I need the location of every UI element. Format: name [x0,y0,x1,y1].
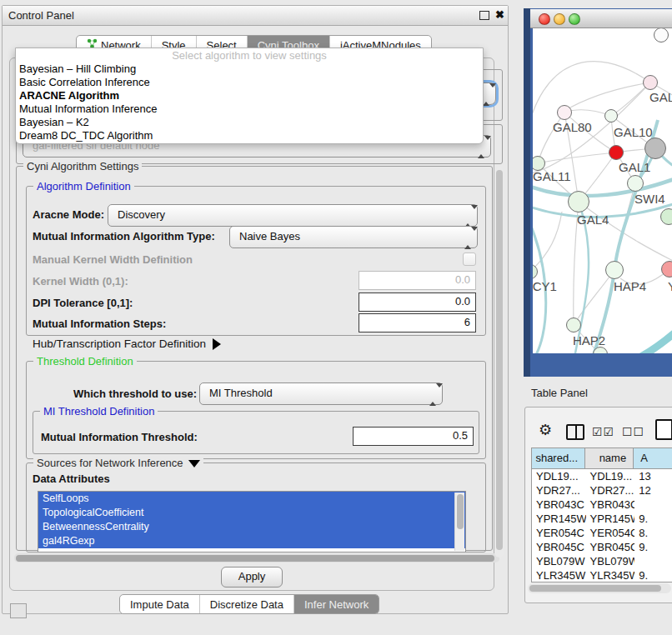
algorithm-option[interactable]: Bayesian – Hill Climbing [16,62,483,76]
attribute-list-item[interactable]: TopologicalCoefficient [38,506,465,520]
table-header: shared... name A [532,448,672,469]
tab-discretize-data[interactable]: Discretize Data [200,595,294,613]
cyni-bottom-tabs: Impute Data Discretize Data Infer Networ… [119,594,379,614]
apply-button[interactable]: Apply [221,567,283,588]
node-label: GAL11 [533,169,571,183]
kernel-width-input[interactable]: 0.0 [359,271,476,290]
algorithm-option[interactable]: Dream8 DC_TDC Algorithm [16,129,483,142]
table-cell: 9. [634,568,672,582]
group-title: MI Threshold Definition [40,405,158,418]
column-header-shared-name[interactable]: shared... [532,448,585,468]
table-row[interactable]: YER054CYER054C8. [532,526,672,540]
network-node-y[interactable] [661,261,672,278]
tab-impute-data[interactable]: Impute Data [120,595,200,613]
table-horizontal-scrollbar[interactable] [528,583,671,593]
table-row[interactable]: YLR345WYLR345W9. [532,568,672,582]
column-header-name[interactable]: name [585,448,634,468]
network-canvas[interactable]: GALGAL80GAL10GAL1GAL11GAL4SWI4GCY1HAP4YH… [533,28,672,353]
table-cell: YPR145W [586,512,635,526]
node-label: GAL1 [619,160,650,174]
list-scrollbar[interactable] [454,492,464,551]
show-columns-icon[interactable]: ☑☑ [592,425,614,438]
zoom-traffic-light[interactable] [569,13,580,25]
algorithm-option[interactable]: ARACNE Algorithm [16,89,483,102]
table-panel-title: Table Panel [531,387,588,399]
collapsed-panel-button[interactable] [10,603,27,618]
network-node-hap2[interactable] [566,318,581,332]
table-cell: 9. [634,540,672,554]
sources-title[interactable]: Sources for Network Inference [33,457,203,469]
attribute-list-item[interactable]: BetweennessCentrality [38,520,465,534]
table-cell: YBR043C [586,498,635,512]
table-row[interactable]: YPR145WYPR145W9. [532,512,672,526]
close-traffic-light[interactable] [539,13,550,25]
table-cell: YER054C [586,526,635,540]
which-threshold-label: Which threshold to use: [73,388,197,400]
column-browser-icon[interactable] [566,424,584,440]
mi-threshold-input[interactable]: 0.5 [353,427,474,446]
column-header-third[interactable]: A [634,448,672,468]
float-window-icon[interactable] [479,11,489,20]
mi-type-value: Naive Bayes [239,230,300,242]
table-cell: YLR345W [532,568,586,582]
dropdown-placeholder: Select algorithm to view settings [16,48,483,62]
control-panel-titlebar: Control Panel ✖ [3,6,508,26]
attribute-list-item[interactable]: SelfLoops [38,492,465,506]
settings-horizontal-scrollbar[interactable] [14,553,499,562]
algorithm-option[interactable]: Bayesian – K2 [16,116,483,129]
mi-steps-input[interactable]: 6 [359,313,476,332]
group-title: Algorithm Definition [33,180,134,192]
which-threshold-value: MI Threshold [209,387,273,399]
algorithm-option[interactable]: Mutual Information Inference [16,102,483,116]
aracne-mode-label: Aracne Mode: [33,208,104,221]
table-row[interactable]: YBR043CYBR043C [532,498,672,512]
network-node-gal1[interactable] [609,145,624,160]
table-row[interactable]: YBL079WYBL079W [532,554,672,568]
mi-steps-label: Mutual Information Steps: [33,318,166,330]
expand-down-icon [188,460,200,468]
network-node[interactable] [660,208,672,225]
network-node[interactable] [644,138,666,159]
table-row[interactable]: YBR045CYBR045C9. [532,540,672,554]
minimize-traffic-light[interactable] [554,13,565,25]
mi-type-combobox[interactable]: Naive Bayes [229,226,478,248]
table-body: YDL19...YDL19...13YDR27...YDR27...12YBR0… [532,469,672,582]
table-row[interactable]: YDL19...YDL19...13 [532,469,672,483]
which-threshold-combobox[interactable]: MI Threshold [199,382,443,405]
expand-right-icon [213,338,221,350]
export-table-icon[interactable] [655,419,672,440]
table-cell: 12 [634,483,672,498]
screen: Control Panel ✖ Network Style Select Cyn… [0,0,672,635]
algorithm-option[interactable]: Basic Correlation Inference [16,76,483,89]
network-node-gal4[interactable] [568,191,589,212]
network-node-hap4[interactable] [605,261,624,279]
table-cell [634,498,672,512]
network-node-gal[interactable] [643,75,658,90]
network-window-titlebar[interactable] [530,9,672,28]
network-node-gal10[interactable] [604,109,618,122]
table-row[interactable]: YDR27...YDR27...12 [532,483,672,498]
settings-vertical-scrollbar[interactable] [494,168,504,558]
close-icon[interactable]: ✖ [495,8,504,21]
dpi-tolerance-label: DPI Tolerance [0,1]: [33,297,133,309]
node-label: Y [668,279,672,293]
hide-columns-icon[interactable]: ☐☐ [622,425,644,438]
gear-icon[interactable]: ⚙ [539,421,552,439]
tab-label: Discretize Data [210,598,283,611]
node-label: GAL [649,90,672,104]
aracne-mode-combobox[interactable]: Discovery [108,204,478,227]
table-cell: YLR345W [586,568,635,582]
network-node-gal80[interactable] [557,105,572,120]
data-attributes-list[interactable]: SelfLoopsTopologicalCoefficientBetweenne… [38,491,466,552]
algorithm-dropdown-popup: Select algorithm to view settings Bayesi… [15,48,484,144]
node-label: GAL80 [553,120,592,134]
tab-label: Infer Network [304,598,369,611]
attribute-list-item[interactable]: gal4RGexp [38,534,465,548]
table-cell: 9. [634,512,672,526]
dpi-tolerance-input[interactable]: 0.0 [359,292,476,312]
network-node-swi4[interactable] [627,175,644,192]
hub-definition-expander[interactable]: Hub/Transcription Factor Definition [33,338,221,350]
tab-infer-network[interactable]: Infer Network [294,595,379,613]
manual-kernel-checkbox[interactable] [463,252,476,266]
hub-definition-label: Hub/Transcription Factor Definition [33,338,206,350]
